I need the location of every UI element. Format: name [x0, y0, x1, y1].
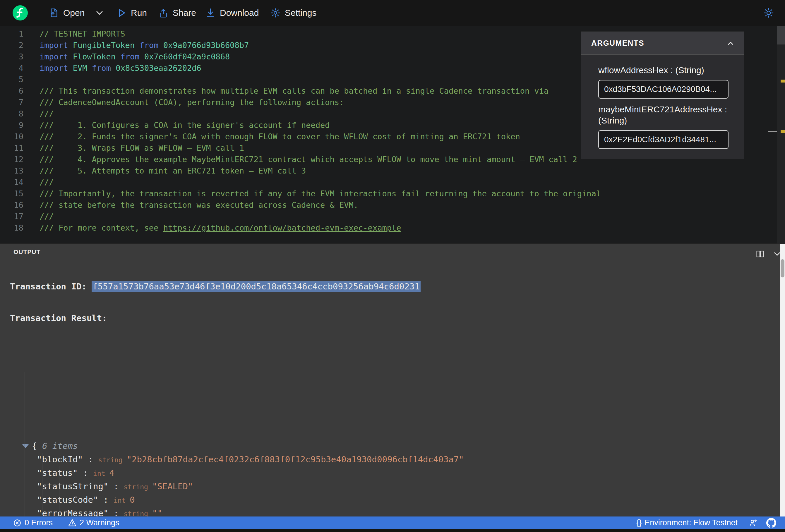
- theme-toggle-button[interactable]: [763, 0, 774, 26]
- line-number: 6: [0, 85, 23, 97]
- line-number: 8: [0, 108, 23, 119]
- arguments-body: wflowAddressHex : (String)maybeMintERC72…: [581, 55, 744, 159]
- json-tree-row: "status" : int 4: [10, 466, 773, 480]
- download-icon: [205, 8, 216, 18]
- person-feedback-icon: [749, 518, 758, 527]
- line-number: 12: [0, 154, 23, 165]
- collapse-triangle-icon[interactable]: [22, 444, 29, 448]
- indent-guide: [42, 453, 43, 516]
- braces-icon: {}: [636, 518, 641, 527]
- warning-marker: [781, 130, 785, 133]
- open-label: Open: [63, 8, 84, 18]
- feedback-button[interactable]: [749, 518, 758, 527]
- github-link[interactable]: [766, 518, 776, 528]
- line-number: 10: [0, 131, 23, 142]
- line-number: 18: [0, 222, 23, 233]
- json-tree-row: "statusString" : string "SEALED": [10, 480, 773, 493]
- code-line: /// state before the transaction was exe…: [40, 199, 601, 211]
- ruler-dash: [768, 131, 777, 132]
- download-button[interactable]: Download: [205, 0, 259, 26]
- code-line: /// 5. Attempts to mint an ERC721 token …: [40, 165, 601, 176]
- code-line: /// This transaction demonstrates how mu…: [40, 85, 601, 97]
- line-number: 17: [0, 211, 23, 222]
- result-json-tree: { 6 items"blockId" : string "2b28cbfb87d…: [10, 358, 773, 516]
- editor-scrollbar-thumb[interactable]: [777, 26, 785, 45]
- settings-label: Settings: [285, 8, 316, 18]
- split-view-icon[interactable]: [755, 249, 765, 259]
- line-number: 1: [0, 28, 23, 40]
- arguments-header[interactable]: ARGUMENTS: [581, 32, 744, 55]
- environment-label: Environment: Flow Testnet: [644, 518, 738, 527]
- errors-count: 0 Errors: [25, 518, 53, 527]
- json-tree-row[interactable]: { 6 items: [10, 439, 773, 453]
- output-scrollbar-thumb[interactable]: [781, 259, 784, 277]
- download-label: Download: [220, 8, 259, 18]
- line-number: 2: [0, 40, 23, 51]
- settings-button[interactable]: Settings: [270, 0, 316, 26]
- transaction-id-row: Transaction ID: f557a1573b76aa53e73d46f3…: [10, 281, 773, 292]
- code-line: [40, 74, 601, 85]
- flow-runner-window: Open Run Share Downloa: [0, 0, 785, 532]
- toolbar-separator: [89, 5, 89, 21]
- argument-input[interactable]: [598, 80, 729, 99]
- arguments-title: ARGUMENTS: [591, 39, 644, 48]
- warning-marker: [781, 80, 785, 82]
- transaction-id-value[interactable]: f557a1573b76aa53e73d46f3e10d200d5c18a653…: [92, 281, 420, 292]
- json-tree-row: "statusCode" : int 0: [10, 493, 773, 507]
- share-icon: [158, 8, 169, 18]
- output-panel: OUTPUT Transaction ID: f557a1573b76aa53e…: [0, 244, 785, 516]
- code-line: /// 2. Funds the signer's COA with enoug…: [40, 131, 601, 142]
- share-label: Share: [173, 8, 196, 18]
- line-number: 13: [0, 165, 23, 176]
- code-line: import FungibleToken from 0x9a0766d93b66…: [40, 40, 601, 51]
- open-dropdown-chevron[interactable]: [94, 0, 105, 26]
- line-number: 15: [0, 188, 23, 199]
- environment-status[interactable]: {} Environment: Flow Testnet: [636, 518, 738, 527]
- open-file-icon: [49, 8, 59, 18]
- open-button[interactable]: Open: [49, 0, 84, 26]
- line-number: 9: [0, 119, 23, 131]
- code-line: ///: [40, 108, 601, 119]
- run-button[interactable]: Run: [116, 0, 147, 26]
- code-line: import FlowToken from 0x7e60df042a9c0868: [40, 51, 601, 62]
- share-button[interactable]: Share: [158, 0, 196, 26]
- line-number: 4: [0, 62, 23, 74]
- line-number: 5: [0, 74, 23, 85]
- line-number: 14: [0, 176, 23, 188]
- status-bar: 0 Errors 2 Warnings {} Environment: Flow…: [0, 516, 785, 529]
- code-editor[interactable]: 123456789101112131415161718 // TESTNET I…: [0, 26, 785, 244]
- output-scrollbar[interactable]: [780, 244, 785, 516]
- toolbar: Open Run Share Downloa: [0, 0, 785, 26]
- code-line: ///: [40, 176, 601, 188]
- bottom-strip: [0, 529, 785, 532]
- output-body: Transaction ID: f557a1573b76aa53e73d46f3…: [10, 260, 773, 516]
- code-line: ///: [40, 211, 601, 222]
- errors-status[interactable]: 0 Errors: [13, 518, 53, 527]
- argument-input[interactable]: [598, 130, 729, 149]
- code-line: /// 4. Approves the example MaybeMintERC…: [40, 154, 601, 165]
- line-number: 7: [0, 97, 23, 108]
- code-lines: // TESTNET IMPORTSimport FungibleToken f…: [40, 28, 601, 233]
- indent-guide: [25, 372, 25, 516]
- argument-label: wflowAddressHex : (String): [598, 65, 729, 76]
- github-icon: [766, 518, 776, 528]
- chevron-up-icon[interactable]: [726, 39, 735, 48]
- transaction-result-label: Transaction Result:: [10, 313, 773, 323]
- run-icon: [116, 8, 127, 18]
- code-line: /// Importantly, the transaction is reve…: [40, 188, 601, 199]
- warnings-status[interactable]: 2 Warnings: [68, 518, 120, 527]
- line-number: 16: [0, 199, 23, 211]
- warnings-count: 2 Warnings: [80, 518, 120, 527]
- transaction-id-label: Transaction ID:: [10, 281, 92, 292]
- error-icon: [13, 518, 22, 527]
- flow-logo[interactable]: [12, 5, 28, 21]
- gutter: 123456789101112131415161718: [0, 28, 23, 233]
- code-line: /// For more context, see https://github…: [40, 222, 601, 233]
- line-number: 3: [0, 51, 23, 62]
- line-number: 11: [0, 142, 23, 154]
- json-tree-row: "errorMessage" : string "": [10, 507, 773, 516]
- gear-icon: [270, 8, 281, 18]
- editor-overview-ruler[interactable]: [777, 26, 785, 244]
- chevron-down-icon: [94, 8, 105, 18]
- sun-icon: [763, 8, 774, 18]
